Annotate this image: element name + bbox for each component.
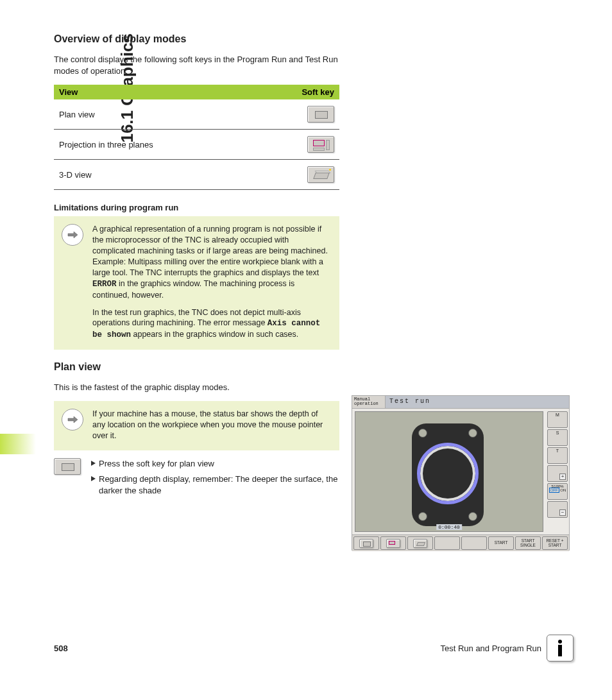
fig-side-button[interactable]: − (547, 501, 568, 518)
plan-view-heading: Plan view (54, 361, 339, 373)
fig-title: Test run (386, 396, 569, 408)
overview-heading: Overview of display modes (54, 33, 339, 45)
softkey-three-planes-icon (307, 136, 334, 153)
fig-mode-label: Manual operation (352, 396, 386, 408)
step-item: Press the soft key for plan view (91, 458, 339, 470)
fig-side-toolbar: M S T + S100% OFF ON − (546, 409, 569, 534)
fig-softkey-empty[interactable] (461, 536, 487, 550)
limitations-note: A graphical representation of a running … (54, 216, 339, 350)
info-icon (547, 635, 574, 662)
row-label: Projection in three planes (54, 130, 257, 160)
softkey-3d-view-icon (307, 166, 334, 183)
row-label: Plan view (54, 99, 257, 130)
note-paragraph: A graphical representation of a running … (92, 224, 332, 300)
fig-softkey-empty[interactable] (434, 536, 460, 550)
note-paragraph: In the test run graphics, the TNC does n… (92, 307, 332, 341)
fig-bottom-softkeys: START START SINGLE RESET + START (352, 534, 569, 551)
softkey-plan-view-icon (307, 106, 334, 123)
fig-side-button[interactable]: T (547, 447, 568, 464)
error-code: ERROR (92, 280, 117, 289)
plan-view-note: If your machine has a mouse, the status … (54, 401, 339, 450)
col-softkey: Soft key (257, 85, 339, 99)
fig-softkey-3plane[interactable] (380, 536, 406, 550)
arrow-right-icon (62, 224, 83, 246)
table-row: Plan view (54, 99, 339, 130)
table-row: 3-D view (54, 160, 339, 190)
fig-side-button[interactable]: S100% OFF ON (547, 483, 568, 500)
limitations-heading: Limitations during program run (54, 203, 339, 212)
softkey-plan-view-icon (54, 458, 81, 475)
fig-graphics-canvas: 0:00:40 (355, 411, 543, 532)
screenshot-figure: Manual operation Test run 0:00:40 M S T … (352, 395, 570, 551)
note-paragraph: If your machine has a mouse, the status … (92, 409, 332, 441)
step-item: Regarding depth display, remember: The d… (91, 474, 339, 497)
fig-softkey-start-single[interactable]: START SINGLE (515, 536, 541, 550)
fig-side-button[interactable]: + (547, 465, 568, 482)
fig-time: 0:00:40 (436, 524, 462, 530)
fig-side-button[interactable]: S (547, 429, 568, 446)
table-row: Projection in three planes (54, 130, 339, 160)
fig-side-button[interactable]: M (547, 411, 568, 428)
col-view: View (54, 85, 257, 99)
side-accent-bar (0, 434, 36, 454)
fig-softkey-plan[interactable] (353, 536, 379, 550)
fig-softkey-3d[interactable] (407, 536, 433, 550)
overview-intro: The control displays the following soft … (54, 54, 339, 77)
fig-softkey-start[interactable]: START (488, 536, 514, 550)
arrow-right-icon (62, 409, 83, 431)
chapter-title: Test Run and Program Run (440, 644, 541, 653)
page-number: 508 (54, 644, 68, 653)
view-modes-table: View Soft key Plan view Projection in th… (54, 85, 339, 190)
fig-softkey-reset-start[interactable]: RESET + START (542, 536, 568, 550)
page-footer: 508 Test Run and Program Run (54, 635, 574, 662)
plan-view-intro: This is the fastest of the graphic displ… (54, 382, 339, 393)
row-label: 3-D view (54, 160, 257, 190)
